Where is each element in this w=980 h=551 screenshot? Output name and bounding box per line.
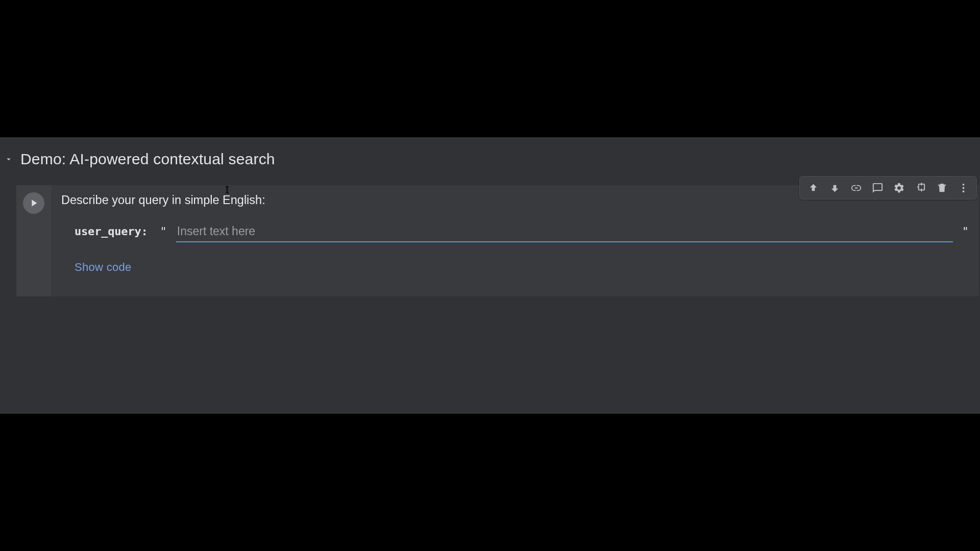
quote-close: " [962,225,969,238]
param-row: user_query: " " [61,223,969,242]
section-title: Demo: AI-powered contextual search [20,151,275,168]
cell-gutter [16,185,51,296]
notebook-viewport: Demo: AI-powered contextual search [0,137,980,414]
quote-open: " [160,225,167,238]
section-header: Demo: AI-powered contextual search [0,137,980,168]
show-code-link[interactable]: Show code [75,261,132,274]
run-button[interactable] [23,192,44,214]
form-cell: Describe your query in simple English: u… [16,185,979,296]
cell-prompt: Describe your query in simple English: [61,193,969,207]
user-query-input[interactable] [176,223,953,242]
collapse-toggle[interactable] [3,154,14,165]
param-name: user_query: [75,225,148,238]
